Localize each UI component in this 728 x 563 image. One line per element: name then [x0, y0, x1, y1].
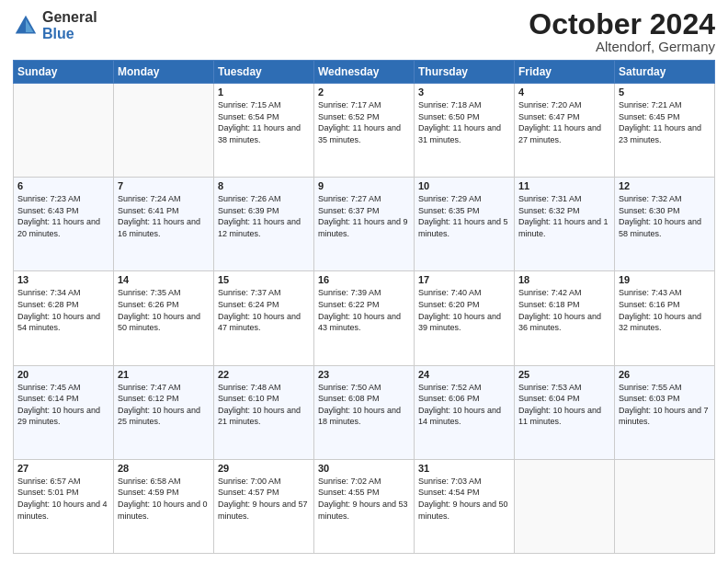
cell-2-5: 18Sunrise: 7:42 AM Sunset: 6:18 PM Dayli… [515, 271, 615, 365]
cell-4-6 [615, 459, 715, 553]
cell-2-6: 19Sunrise: 7:43 AM Sunset: 6:16 PM Dayli… [615, 271, 715, 365]
day-number: 13 [17, 274, 109, 285]
cell-0-5: 4Sunrise: 7:20 AM Sunset: 6:47 PM Daylig… [515, 84, 615, 178]
title-block: October 2024 Altendorf, Germany [529, 9, 715, 54]
cell-3-1: 21Sunrise: 7:47 AM Sunset: 6:12 PM Dayli… [114, 365, 214, 459]
cell-info: Sunrise: 6:57 AM Sunset: 5:01 PM Dayligh… [17, 476, 109, 522]
cell-info: Sunrise: 7:02 AM Sunset: 4:55 PM Dayligh… [318, 476, 410, 522]
cell-1-4: 10Sunrise: 7:29 AM Sunset: 6:35 PM Dayli… [415, 178, 515, 271]
week-row-2: 6Sunrise: 7:23 AM Sunset: 6:43 PM Daylig… [14, 178, 715, 271]
cell-1-0: 6Sunrise: 7:23 AM Sunset: 6:43 PM Daylig… [14, 178, 114, 271]
page: General Blue October 2024 Altendorf, Ger… [0, 0, 728, 563]
day-number: 29 [218, 463, 310, 474]
cell-info: Sunrise: 7:37 AM Sunset: 6:24 PM Dayligh… [218, 287, 310, 333]
day-number: 28 [118, 463, 210, 474]
day-number: 20 [17, 369, 109, 380]
logo-general: General [42, 9, 97, 26]
location: Altendorf, Germany [529, 39, 715, 54]
col-wednesday: Wednesday [314, 61, 415, 84]
cell-4-0: 27Sunrise: 6:57 AM Sunset: 5:01 PM Dayli… [14, 459, 114, 553]
cell-0-1 [114, 84, 214, 178]
calendar-table: Sunday Monday Tuesday Wednesday Thursday… [13, 60, 715, 554]
cell-2-0: 13Sunrise: 7:34 AM Sunset: 6:28 PM Dayli… [14, 271, 114, 365]
day-number: 18 [518, 274, 610, 285]
cell-2-2: 15Sunrise: 7:37 AM Sunset: 6:24 PM Dayli… [214, 271, 314, 365]
cell-info: Sunrise: 7:40 AM Sunset: 6:20 PM Dayligh… [418, 287, 510, 333]
day-number: 23 [318, 369, 410, 380]
cell-info: Sunrise: 7:43 AM Sunset: 6:16 PM Dayligh… [619, 287, 711, 333]
col-saturday: Saturday [615, 61, 715, 84]
cell-2-4: 17Sunrise: 7:40 AM Sunset: 6:20 PM Dayli… [415, 271, 515, 365]
cell-0-0 [14, 84, 114, 178]
cell-info: Sunrise: 7:48 AM Sunset: 6:10 PM Dayligh… [218, 382, 310, 428]
cell-info: Sunrise: 7:39 AM Sunset: 6:22 PM Dayligh… [318, 287, 410, 333]
cell-3-2: 22Sunrise: 7:48 AM Sunset: 6:10 PM Dayli… [214, 365, 314, 459]
day-number: 21 [118, 369, 210, 380]
day-number: 26 [619, 369, 711, 380]
logo-icon [13, 13, 39, 39]
day-number: 5 [619, 86, 711, 98]
cell-info: Sunrise: 7:18 AM Sunset: 6:50 PM Dayligh… [418, 99, 510, 145]
cell-info: Sunrise: 7:45 AM Sunset: 6:14 PM Dayligh… [17, 382, 109, 428]
day-number: 14 [118, 274, 210, 285]
cell-1-2: 8Sunrise: 7:26 AM Sunset: 6:39 PM Daylig… [214, 178, 314, 271]
cell-1-3: 9Sunrise: 7:27 AM Sunset: 6:37 PM Daylig… [314, 178, 415, 271]
cell-4-2: 29Sunrise: 7:00 AM Sunset: 4:57 PM Dayli… [214, 459, 314, 553]
day-number: 12 [619, 180, 711, 191]
cell-info: Sunrise: 7:47 AM Sunset: 6:12 PM Dayligh… [118, 382, 210, 428]
cell-info: Sunrise: 7:34 AM Sunset: 6:28 PM Dayligh… [17, 287, 109, 333]
day-number: 16 [318, 274, 410, 285]
day-number: 15 [218, 274, 310, 285]
cell-0-4: 3Sunrise: 7:18 AM Sunset: 6:50 PM Daylig… [415, 84, 515, 178]
cell-0-2: 1Sunrise: 7:15 AM Sunset: 6:54 PM Daylig… [214, 84, 314, 178]
day-number: 10 [418, 180, 510, 191]
day-number: 30 [318, 463, 410, 474]
cell-info: Sunrise: 7:03 AM Sunset: 4:54 PM Dayligh… [418, 476, 510, 522]
cell-3-5: 25Sunrise: 7:53 AM Sunset: 6:04 PM Dayli… [515, 365, 615, 459]
cell-info: Sunrise: 7:29 AM Sunset: 6:35 PM Dayligh… [418, 193, 510, 239]
cell-info: Sunrise: 7:42 AM Sunset: 6:18 PM Dayligh… [518, 287, 610, 333]
logo-blue: Blue [42, 26, 97, 42]
cell-3-4: 24Sunrise: 7:52 AM Sunset: 6:06 PM Dayli… [415, 365, 515, 459]
day-number: 31 [418, 463, 510, 474]
calendar-header-row: Sunday Monday Tuesday Wednesday Thursday… [14, 61, 715, 84]
cell-4-3: 30Sunrise: 7:02 AM Sunset: 4:55 PM Dayli… [314, 459, 415, 553]
day-number: 11 [518, 180, 610, 191]
col-friday: Friday [515, 61, 615, 84]
cell-info: Sunrise: 7:15 AM Sunset: 6:54 PM Dayligh… [218, 99, 310, 145]
cell-info: Sunrise: 7:24 AM Sunset: 6:41 PM Dayligh… [118, 193, 210, 239]
cell-info: Sunrise: 7:52 AM Sunset: 6:06 PM Dayligh… [418, 382, 510, 428]
cell-info: Sunrise: 7:35 AM Sunset: 6:26 PM Dayligh… [118, 287, 210, 333]
cell-info: Sunrise: 6:58 AM Sunset: 4:59 PM Dayligh… [118, 476, 210, 522]
cell-info: Sunrise: 7:20 AM Sunset: 6:47 PM Dayligh… [518, 99, 610, 145]
day-number: 1 [218, 86, 310, 98]
logo-text: General Blue [42, 9, 97, 41]
cell-info: Sunrise: 7:55 AM Sunset: 6:03 PM Dayligh… [619, 382, 711, 428]
day-number: 3 [418, 86, 510, 98]
day-number: 8 [218, 180, 310, 191]
cell-info: Sunrise: 7:32 AM Sunset: 6:30 PM Dayligh… [619, 193, 711, 239]
day-number: 2 [318, 86, 410, 98]
cell-3-6: 26Sunrise: 7:55 AM Sunset: 6:03 PM Dayli… [615, 365, 715, 459]
day-number: 27 [17, 463, 109, 474]
cell-info: Sunrise: 7:00 AM Sunset: 4:57 PM Dayligh… [218, 476, 310, 522]
cell-info: Sunrise: 7:26 AM Sunset: 6:39 PM Dayligh… [218, 193, 310, 239]
week-row-3: 13Sunrise: 7:34 AM Sunset: 6:28 PM Dayli… [14, 271, 715, 365]
col-monday: Monday [114, 61, 214, 84]
day-number: 22 [218, 369, 310, 380]
week-row-4: 20Sunrise: 7:45 AM Sunset: 6:14 PM Dayli… [14, 365, 715, 459]
cell-1-6: 12Sunrise: 7:32 AM Sunset: 6:30 PM Dayli… [615, 178, 715, 271]
day-number: 17 [418, 274, 510, 285]
cell-info: Sunrise: 7:53 AM Sunset: 6:04 PM Dayligh… [518, 382, 610, 428]
cell-info: Sunrise: 7:17 AM Sunset: 6:52 PM Dayligh… [318, 99, 410, 145]
cell-3-3: 23Sunrise: 7:50 AM Sunset: 6:08 PM Dayli… [314, 365, 415, 459]
month-title: October 2024 [529, 9, 715, 39]
day-number: 19 [619, 274, 711, 285]
cell-4-5 [515, 459, 615, 553]
header: General Blue October 2024 Altendorf, Ger… [13, 9, 715, 54]
cell-info: Sunrise: 7:23 AM Sunset: 6:43 PM Dayligh… [17, 193, 109, 239]
day-number: 25 [518, 369, 610, 380]
col-tuesday: Tuesday [214, 61, 314, 84]
day-number: 9 [318, 180, 410, 191]
cell-0-6: 5Sunrise: 7:21 AM Sunset: 6:45 PM Daylig… [615, 84, 715, 178]
